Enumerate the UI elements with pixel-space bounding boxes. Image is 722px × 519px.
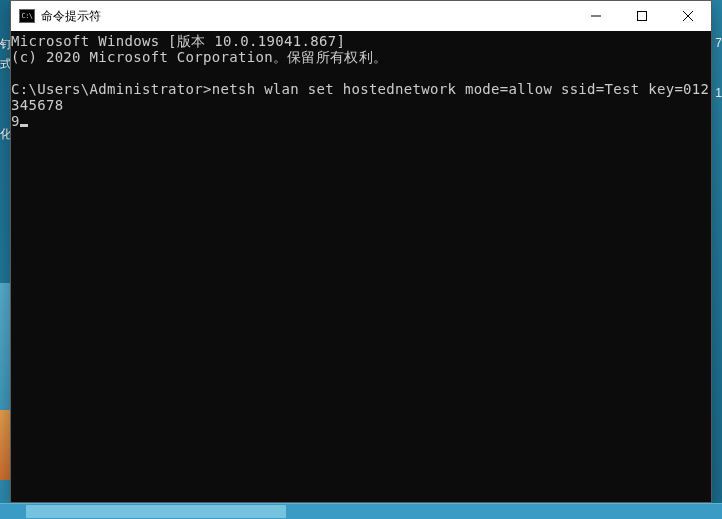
terminal-area[interactable]: Microsoft Windows [版本 10.0.19041.867] (c…: [11, 31, 711, 502]
desktop-artifact: 1: [715, 86, 722, 100]
maximize-button[interactable]: [619, 1, 665, 31]
terminal-prompt: C:\Users\Administrator>: [11, 81, 212, 97]
terminal-cursor: [20, 124, 28, 127]
cmd-icon: C:\: [19, 9, 35, 23]
taskbar[interactable]: [0, 503, 722, 519]
terminal-line: Microsoft Windows [版本 10.0.19041.867]: [11, 33, 345, 49]
close-button[interactable]: [665, 1, 711, 31]
terminal-line: (c) 2020 Microsoft Corporation。保留所有权利。: [11, 49, 387, 65]
command-prompt-window: C:\ 命令提示符 Microsoft Windows [版本 10.0.190…: [10, 0, 712, 503]
titlebar[interactable]: C:\ 命令提示符: [11, 1, 711, 31]
terminal-command-wrap: 9: [11, 113, 20, 129]
window-controls: [573, 1, 711, 31]
window-title: 命令提示符: [41, 8, 573, 25]
minimize-button[interactable]: [573, 1, 619, 31]
svg-rect-1: [638, 12, 647, 21]
desktop-artifact: 7: [715, 36, 722, 50]
taskbar-item[interactable]: [26, 505, 286, 518]
